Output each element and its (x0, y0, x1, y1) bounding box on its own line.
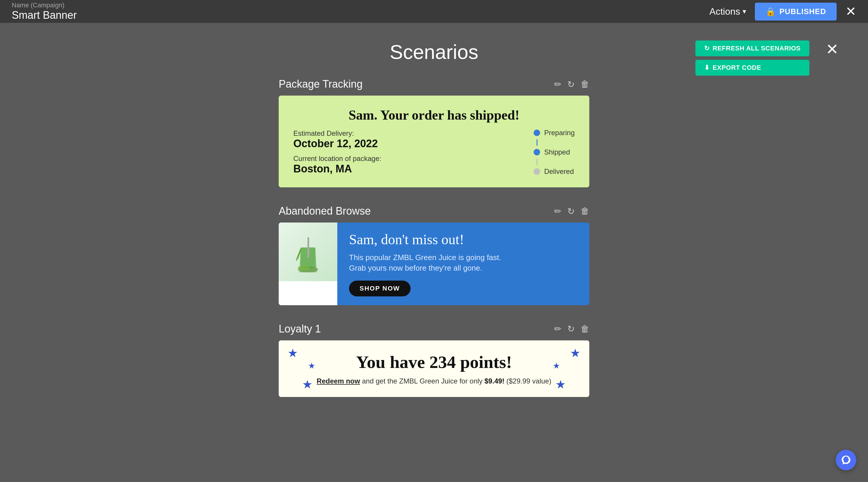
campaign-label: Name (Campaign) (12, 1, 77, 9)
shop-now-button[interactable]: SHOP NOW (349, 280, 410, 296)
loyalty-value-note: ($29.99 value) (506, 377, 551, 385)
published-button[interactable]: 🔒 PUBLISHED (755, 3, 837, 21)
header-left: Name (Campaign) Smart Banner (12, 1, 77, 21)
svg-rect-2 (307, 237, 309, 258)
star-bottom-left-icon: ★ (302, 378, 313, 391)
abandoned-browse-container: Abandoned Browse ✏ ↻ 🗑 SELLING FAST! (279, 205, 589, 305)
redeem-now-link[interactable]: Redeem now (317, 377, 360, 385)
abandoned-browse-delete-button[interactable]: 🗑 (581, 206, 589, 216)
svg-point-4 (298, 266, 309, 270)
loyalty-inner: You have 234 points! Redeem now and get … (293, 352, 575, 385)
green-juice-image (279, 222, 337, 281)
close-icon: ✕ (845, 4, 856, 19)
scenarios-close-button[interactable]: ✕ (826, 40, 839, 58)
header-right: Actions ▾ 🔒 PUBLISHED ✕ (710, 3, 856, 21)
scenarios-header-row: Scenarios ↻ REFRESH ALL SCENARIOS ⬇ EXPO… (0, 40, 868, 63)
loyalty1-container: Loyalty 1 ✏ ↻ 🗑 ★ ★ ★ ★ ★ ★ You have 234… (279, 323, 589, 397)
status-dot-delivered (534, 168, 540, 175)
package-tracking-label-row: Package Tracking ✏ ↻ 🗑 (279, 78, 589, 90)
abandoned-body-line2: Grab yours now before they're all gone. (349, 264, 482, 272)
package-location: Boston, MA (293, 163, 381, 175)
status-label-preparing: Preparing (544, 129, 575, 137)
star-top-right-icon: ★ (570, 346, 581, 360)
abandoned-body: This popular ZMBL Green Juice is going f… (349, 252, 578, 274)
green-juice-svg (290, 231, 326, 272)
refresh-icon: ↻ (704, 44, 710, 52)
loyalty1-edit-button[interactable]: ✏ (554, 324, 561, 334)
export-code-button[interactable]: ⬇ EXPORT CODE (695, 60, 809, 76)
abandoned-browse-card: SELLING FAST! (279, 222, 589, 305)
status-label-shipped: Shipped (544, 148, 570, 156)
package-tracking-icons: ✏ ↻ 🗑 (554, 79, 589, 89)
abandoned-headline: Sam, don't miss out! (349, 231, 578, 247)
close-icon: ✕ (826, 41, 839, 58)
package-tracking-refresh-button[interactable]: ↻ (567, 79, 575, 89)
package-tracking-card: Sam. Your order has shipped! Estimated D… (279, 96, 589, 187)
abandoned-browse-name: Abandoned Browse (279, 205, 371, 217)
package-headline: Sam. Your order has shipped! (293, 107, 575, 123)
package-tracking-container: Package Tracking ✏ ↻ 🗑 Sam. Your order h… (279, 78, 589, 187)
chevron-down-icon: ▾ (743, 7, 746, 16)
loyalty-redeem-text: Redeem now and get the ZMBL Green Juice … (317, 377, 552, 385)
abandoned-browse-edit-button[interactable]: ✏ (554, 206, 561, 216)
header: Name (Campaign) Smart Banner Actions ▾ 🔒… (0, 0, 868, 23)
package-tracking-edit-button[interactable]: ✏ (554, 79, 561, 89)
status-preparing: Preparing (534, 129, 575, 137)
star-top-left-icon: ★ (287, 346, 298, 360)
abandoned-body-line1: This popular ZMBL Green Juice is going f… (349, 253, 501, 262)
loyalty-headline: You have 234 points! (356, 352, 512, 372)
abandoned-browse-refresh-button[interactable]: ↻ (567, 206, 575, 216)
package-tracking-name: Package Tracking (279, 78, 363, 90)
loyalty1-card: ★ ★ ★ ★ ★ ★ You have 234 points! Redeem … (279, 340, 589, 397)
loyalty-price: $9.49! (485, 377, 504, 385)
loyalty1-name: Loyalty 1 (279, 323, 321, 335)
refresh-all-scenarios-button[interactable]: ↻ REFRESH ALL SCENARIOS (695, 40, 809, 56)
export-label: EXPORT CODE (713, 64, 761, 71)
chat-widget[interactable] (836, 450, 856, 470)
star-top-right2-icon: ★ (553, 361, 560, 370)
abandoned-content: Sam, don't miss out! This popular ZMBL G… (337, 222, 589, 305)
abandoned-image-section: SELLING FAST! (279, 222, 337, 305)
star-top-left2-icon: ★ (308, 361, 315, 370)
published-label: PUBLISHED (779, 7, 826, 16)
download-icon: ⬇ (704, 64, 710, 71)
abandoned-browse-label-row: Abandoned Browse ✏ ↻ 🗑 (279, 205, 589, 217)
status-delivered: Delivered (534, 168, 574, 176)
campaign-name: Smart Banner (12, 9, 77, 21)
chat-icon (841, 455, 851, 465)
actions-label: Actions (710, 6, 740, 17)
package-location-label: Current location of package: (293, 154, 381, 163)
package-tracking-delete-button[interactable]: 🗑 (581, 79, 589, 89)
package-date: October 12, 2022 (293, 138, 381, 150)
abandoned-browse-icons: ✏ ↻ 🗑 (554, 206, 589, 216)
scenarios-title: Scenarios (390, 40, 478, 63)
loyalty-body: and get the ZMBL Green Juice for only (362, 377, 485, 385)
status-label-delivered: Delivered (544, 168, 574, 176)
package-status-list: Preparing Shipped Delivered (534, 129, 575, 176)
lock-icon: 🔒 (766, 7, 776, 17)
loyalty1-refresh-button[interactable]: ↻ (567, 324, 575, 334)
loyalty1-delete-button[interactable]: 🗑 (581, 324, 589, 334)
package-card-inner: Estimated Delivery: October 12, 2022 Cur… (293, 129, 575, 176)
scenarios-actions: ↻ REFRESH ALL SCENARIOS ⬇ EXPORT CODE (695, 40, 809, 76)
status-shipped: Shipped (534, 148, 570, 156)
actions-button[interactable]: Actions ▾ (710, 6, 746, 17)
status-dot-preparing (534, 129, 540, 136)
main-content: Scenarios ↻ REFRESH ALL SCENARIOS ⬇ EXPO… (0, 23, 868, 432)
header-close-button[interactable]: ✕ (845, 5, 856, 18)
star-bottom-right-icon: ★ (555, 378, 566, 391)
status-dot-shipped (534, 149, 540, 155)
refresh-label: REFRESH ALL SCENARIOS (713, 44, 801, 52)
loyalty1-label-row: Loyalty 1 ✏ ↻ 🗑 (279, 323, 589, 335)
package-est-label: Estimated Delivery: (293, 129, 381, 138)
package-left: Estimated Delivery: October 12, 2022 Cur… (293, 129, 381, 175)
loyalty1-icons: ✏ ↻ 🗑 (554, 324, 589, 334)
